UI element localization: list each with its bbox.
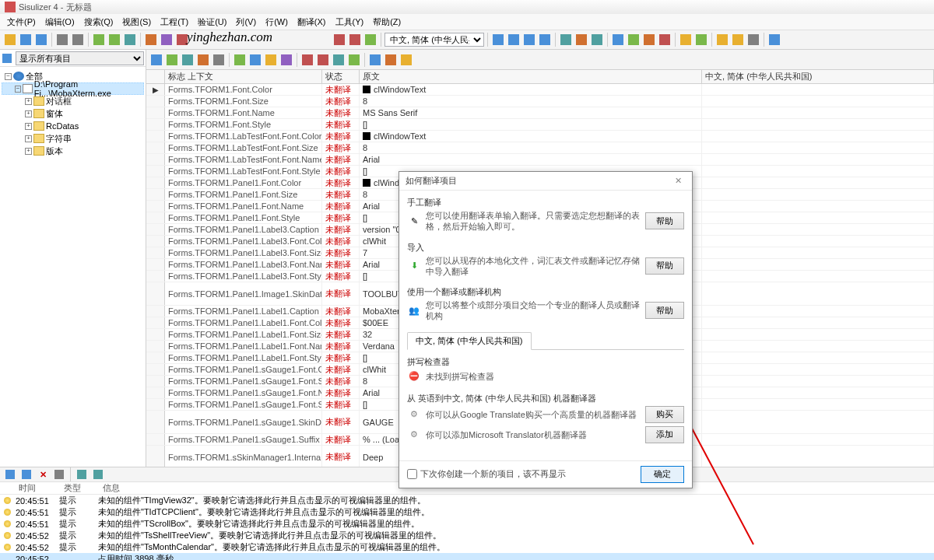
log-row[interactable]: 20:45:51提示未知的组件"TScrollBox"。要映射它请选择此行并且点…	[0, 518, 934, 530]
tb-find-next[interactable]	[107, 33, 121, 47]
help-button-2[interactable]: 帮助	[645, 257, 684, 275]
log-b1[interactable]	[75, 467, 89, 481]
dialog-titlebar[interactable]: 如何翻译项目 ✕	[399, 172, 692, 191]
tb-redo[interactable]	[71, 33, 85, 47]
cell-translation[interactable]	[702, 446, 934, 467]
tree-toggle-icon[interactable]: +	[25, 98, 32, 105]
cell-translation[interactable]	[702, 434, 934, 445]
grid-header-orig[interactable]: 原文	[360, 70, 702, 83]
tb-opt1[interactable]	[679, 33, 693, 47]
cell-translation[interactable]	[702, 119, 934, 130]
menu-item[interactable]: 视图(S)	[118, 16, 155, 29]
cell-translation[interactable]	[702, 271, 934, 282]
cell-translation[interactable]	[702, 212, 934, 223]
tb-tool1[interactable]	[559, 33, 573, 47]
menu-item[interactable]: 列(V)	[232, 16, 260, 29]
gt-b6[interactable]	[233, 53, 247, 67]
gt-b5[interactable]	[212, 53, 226, 67]
tb-spell[interactable]	[332, 33, 346, 47]
tb-view4[interactable]	[538, 33, 552, 47]
gt-b3[interactable]	[181, 53, 195, 67]
tb-help1[interactable]	[715, 33, 729, 47]
cell-translation[interactable]	[702, 96, 934, 107]
dialog-language-tab[interactable]: 中文, 简体 (中华人民共和国)	[407, 331, 684, 350]
cell-translation[interactable]	[702, 282, 934, 305]
tb-tool2[interactable]	[574, 33, 588, 47]
gt-b7[interactable]	[248, 53, 262, 67]
log-row[interactable]: 20:45:52提示未知的组件"TsMonthCalendar"。要映射它请选择…	[0, 541, 934, 553]
tb-view2[interactable]	[507, 33, 521, 47]
language-combo[interactable]: 中文, 简体 (中华人民共和国	[384, 33, 484, 47]
cell-translation[interactable]	[702, 411, 934, 433]
cell-translation[interactable]	[702, 189, 934, 200]
cell-translation[interactable]	[702, 236, 934, 247]
tb-opt2[interactable]	[694, 33, 708, 47]
buy-button[interactable]: 购买	[645, 406, 684, 423]
tree-node[interactable]: +RcDatas	[2, 120, 144, 132]
tb-scan[interactable]	[160, 33, 174, 47]
tb-help3[interactable]	[746, 33, 760, 47]
menu-item[interactable]: 编辑(O)	[41, 16, 79, 29]
gt-b2[interactable]	[165, 53, 179, 67]
gt-b8[interactable]	[264, 53, 278, 67]
log-clear[interactable]: ✕	[36, 467, 50, 481]
tb-spell2[interactable]	[348, 33, 362, 47]
log-copy[interactable]	[3, 467, 17, 481]
help-button-1[interactable]: 帮助	[645, 212, 684, 229]
cell-translation[interactable]	[702, 306, 934, 317]
ok-button[interactable]: 确定	[641, 466, 684, 483]
tree-node[interactable]: +版本	[2, 145, 144, 157]
tree-toggle-icon[interactable]: −	[15, 86, 21, 93]
grid-row[interactable]: Forms.TFORM1.LabTestFont.Font.Name未翻译Ari…	[146, 154, 934, 166]
cell-translation[interactable]	[702, 224, 934, 235]
tb-help2[interactable]	[731, 33, 745, 47]
cell-translation[interactable]	[702, 317, 934, 328]
grid-row[interactable]: ▶Forms.TFORM1.Font.Color未翻译clWindowText	[146, 84, 934, 96]
tree-toggle-icon[interactable]: +	[25, 110, 32, 117]
tb-tool3[interactable]	[590, 33, 604, 47]
tb-build[interactable]	[175, 33, 189, 47]
tree-toggle-icon[interactable]: +	[25, 135, 32, 142]
cell-translation[interactable]	[702, 259, 934, 270]
log-row[interactable]: 20:45:51提示未知的组件"TIdTCPClient"。要映射它请选择此行并…	[0, 506, 934, 518]
menu-item[interactable]: 文件(P)	[3, 16, 40, 29]
tb-export3[interactable]	[642, 33, 656, 47]
menu-item[interactable]: 验证(U)	[194, 16, 230, 29]
dont-show-checkbox[interactable]: 下次你创建一个新的项目，该不再显示	[407, 468, 641, 480]
project-tree[interactable]: − 全部 − D:\Program Fi...\MobaXterm.exe +对…	[0, 67, 146, 467]
tree-node[interactable]: +字符串	[2, 132, 144, 145]
cell-translation[interactable]	[702, 329, 934, 340]
gt-b14[interactable]	[368, 53, 382, 67]
gt-b10[interactable]	[300, 53, 314, 67]
tb-new[interactable]	[3, 33, 17, 47]
dont-show-input[interactable]	[407, 469, 417, 479]
tb-view1[interactable]	[491, 33, 505, 47]
gt-b16[interactable]	[399, 53, 413, 67]
tb-export4[interactable]	[658, 33, 672, 47]
log-save[interactable]	[19, 467, 33, 481]
tb-project[interactable]	[144, 33, 158, 47]
cell-translation[interactable]	[702, 364, 934, 375]
grid-header-status[interactable]: 状态	[322, 70, 360, 83]
cell-translation[interactable]	[702, 154, 934, 165]
tb-export2[interactable]	[627, 33, 641, 47]
cell-translation[interactable]	[702, 166, 934, 177]
log-row[interactable]: 20:45:51提示未知的组件"TImgView32"。要映射它请选择此行并且点…	[0, 495, 934, 506]
gt-b15[interactable]	[384, 53, 398, 67]
grid-header-trans[interactable]: 中文, 简体 (中华人民共和国)	[702, 70, 934, 83]
menu-bar[interactable]: 文件(P)编辑(O)搜索(Q)视图(S)工程(T)验证(U)列(V)行(W)翻译…	[0, 14, 934, 30]
cell-translation[interactable]	[702, 142, 934, 153]
cell-translation[interactable]	[702, 84, 934, 95]
grid-header-mark[interactable]: 标志 上下文	[165, 70, 322, 83]
menu-item[interactable]: 搜索(Q)	[80, 16, 118, 29]
gt-b9[interactable]	[279, 53, 293, 67]
cell-translation[interactable]	[702, 247, 934, 258]
sidebar-filter-icon[interactable]	[0, 51, 14, 65]
menu-item[interactable]: 工程(T)	[156, 16, 192, 29]
tree-toggle-icon[interactable]: −	[5, 73, 12, 80]
log-row[interactable]: 20:45:52提示未知的组件"TsShellTreeView"。要映射它请选择…	[0, 530, 934, 541]
menu-item[interactable]: 翻译(X)	[293, 16, 330, 29]
log-opt[interactable]	[52, 467, 66, 481]
log-body[interactable]: 20:45:51提示未知的组件"TImgView32"。要映射它请选择此行并且点…	[0, 495, 934, 560]
tb-save[interactable]	[34, 33, 48, 47]
